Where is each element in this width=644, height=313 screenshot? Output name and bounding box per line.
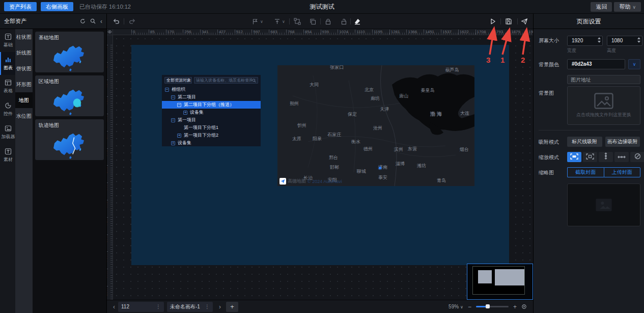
expand-node-icon[interactable]: + <box>183 111 187 115</box>
map-city-label: 聊城 <box>357 168 366 175</box>
sidebar-item-chart[interactable]: 图表 <box>0 52 15 75</box>
help-button[interactable]: 帮助∨ <box>614 2 641 12</box>
tab-menu-icon[interactable]: ⋮ <box>205 304 210 309</box>
zoom-out-button[interactable]: − <box>468 303 471 310</box>
tree-node-5[interactable]: 第一项目下分组1 <box>162 124 261 132</box>
bg-color-input[interactable] <box>567 59 625 69</box>
subcategory-item-3[interactable]: 环形图 <box>15 76 33 92</box>
collapse-node-icon[interactable]: − <box>177 103 181 107</box>
zoom-mode-fit-contain[interactable] <box>583 152 597 162</box>
tree-node-7[interactable]: +设备集 <box>162 139 261 146</box>
canvas-tab[interactable]: 未命名画布-1⋮ <box>167 302 213 312</box>
canvas-workspace[interactable]: 全部资源对象∨ −根组织−第二项目−第二项目下分组（推送）+设备集−第一项目第一… <box>113 35 533 300</box>
sidebar-item-control[interactable]: 控件 <box>0 98 15 121</box>
expand-node-icon[interactable]: + <box>177 134 181 138</box>
collapse-panel-icon[interactable]: ‹ <box>100 18 102 25</box>
back-button[interactable]: 返回 <box>591 2 612 12</box>
width-sublabel: 宽度 <box>567 47 603 54</box>
tree-node-4[interactable]: −第一项目 <box>162 116 261 124</box>
zoom-mode-fit-height[interactable] <box>599 152 613 162</box>
asset-list-button[interactable]: 资产列表 <box>4 2 37 11</box>
capture-cover-button[interactable]: 截取封面 <box>567 167 604 177</box>
clear-eraser-icon[interactable] <box>353 17 361 25</box>
sidebar-item-loader[interactable]: 加载器 <box>0 121 15 144</box>
sidebar-item-material[interactable]: 素材 <box>0 144 15 167</box>
ruler-visibility-eye-icon[interactable] <box>107 29 113 35</box>
zoom-in-button[interactable]: + <box>513 303 517 310</box>
collapse-node-icon[interactable]: − <box>171 118 175 122</box>
subcategory-item-1[interactable]: 折线图 <box>15 45 33 61</box>
control-icon <box>5 102 12 109</box>
map-card-basic[interactable]: 基础地图 <box>35 32 104 72</box>
sidebar-item-table[interactable]: 表格 <box>0 75 15 98</box>
tree-node-3[interactable]: +设备集 <box>162 109 261 116</box>
undo-icon[interactable] <box>112 17 120 25</box>
page-tab[interactable]: 112⋮ <box>118 302 164 312</box>
prev-tab-icon[interactable]: ‹ <box>113 303 115 310</box>
chevron-down-icon[interactable]: ∨ <box>260 19 263 24</box>
group-icon[interactable] <box>293 17 301 25</box>
subcategory-item-2[interactable]: 饼状图 <box>15 61 33 76</box>
zoom-mode-no-scale[interactable] <box>630 152 644 162</box>
minimap[interactable] <box>467 264 533 300</box>
map-card-region[interactable]: 区域地图 <box>35 75 104 116</box>
map-component[interactable]: 张家口葫芦岛大同北京秦皇岛唐山廊坊朔州天津保定大连忻州沧州石家庄太原阳泉衡水德州… <box>277 65 474 186</box>
search-icon[interactable] <box>90 18 96 24</box>
snap-mode-button-1[interactable]: 画布边缘吸附 <box>605 137 640 147</box>
collapse-node-icon[interactable]: − <box>165 88 169 92</box>
lock-icon[interactable] <box>324 17 332 25</box>
ruler-tick-label: 85 <box>107 62 108 68</box>
refresh-icon[interactable] <box>80 18 86 24</box>
expand-node-icon[interactable]: + <box>171 141 175 145</box>
subcategory-item-0[interactable]: 柱状图 <box>15 29 33 45</box>
zoom-slider[interactable] <box>476 306 509 307</box>
fit-contain-icon <box>586 152 594 162</box>
add-canvas-button[interactable]: + <box>226 302 238 312</box>
align-top-icon[interactable] <box>273 17 281 25</box>
ruler-tick-label: 1537 <box>441 30 452 35</box>
collapse-node-icon[interactable]: − <box>171 95 175 99</box>
ruler-tick-label: 1195 <box>107 286 108 296</box>
zoom-mode-fit-screen[interactable] <box>567 152 581 162</box>
save-icon[interactable] <box>505 17 513 25</box>
upload-cover-button[interactable]: 上传封面 <box>604 167 641 177</box>
width-stepper[interactable] <box>598 37 601 43</box>
color-picker-chevron[interactable]: ∨ <box>628 59 640 69</box>
device-tree-component[interactable]: 全部资源对象∨ −根组织−第二项目−第二项目下分组（推送）+设备集−第一项目第一… <box>162 75 261 146</box>
map-card-track[interactable]: 轨迹地图 <box>35 119 104 160</box>
tree-search-input[interactable] <box>196 78 252 83</box>
fit-view-icon[interactable] <box>521 304 527 309</box>
tree-filter-select[interactable]: 全部资源对象∨ <box>164 77 192 84</box>
image-placeholder-icon <box>594 93 613 109</box>
copy-icon[interactable] <box>309 17 317 25</box>
redo-icon[interactable] <box>128 17 136 25</box>
page-settings-panel: 页面设置 屏幕大小 宽度 高度 背景颜色 <box>533 14 644 313</box>
unlock-icon[interactable] <box>340 17 348 25</box>
chevron-down-icon[interactable]: ∨ <box>282 19 285 24</box>
tree-node-6[interactable]: +第一项目下分组2 <box>162 132 261 139</box>
preview-play-icon[interactable] <box>489 17 497 25</box>
height-stepper[interactable] <box>637 37 640 43</box>
tree-node-1[interactable]: −第二项目 <box>162 93 261 101</box>
artboard[interactable]: 全部资源对象∨ −根组织−第二项目−第二项目下分组（推送）+设备集−第一项目第一… <box>131 45 509 265</box>
bg-color-label: 背景颜色 <box>539 59 567 69</box>
bg-image-dropzone[interactable]: 点击或拖拽文件到这里更换 <box>567 86 640 125</box>
tree-node-2[interactable]: −第二项目下分组（推送） <box>162 101 261 109</box>
snap-mode-button-0[interactable]: 标尺线吸附 <box>567 137 602 147</box>
tab-menu-icon[interactable]: ⋮ <box>156 304 161 309</box>
subcategory-item-4[interactable]: 地图 <box>15 92 33 108</box>
zoom-slider-handle[interactable] <box>486 304 490 308</box>
sidebar-item-basic[interactable]: 基础 <box>0 29 15 52</box>
image-url-input[interactable] <box>567 75 640 84</box>
next-tab-icon[interactable]: › <box>219 303 221 310</box>
right-panel-button[interactable]: 右侧画板 <box>41 2 73 11</box>
fit-screen-icon <box>570 152 578 162</box>
zoom-mode-fit-width[interactable] <box>614 152 629 162</box>
flag-icon[interactable] <box>251 17 259 25</box>
publish-send-icon[interactable] <box>520 17 528 25</box>
editor-toolbar: ∨ ∨ <box>107 14 533 29</box>
zoom-level-select[interactable]: 59%∨ <box>449 304 463 309</box>
subcategory-item-5[interactable]: 水位图 <box>15 108 33 124</box>
tree-node-0[interactable]: −根组织 <box>162 86 261 93</box>
tree-search-box[interactable] <box>194 77 258 84</box>
